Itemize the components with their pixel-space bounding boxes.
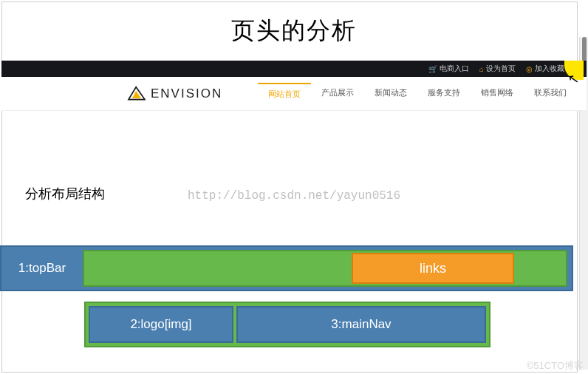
topbar-link-favorite[interactable]: ◎ 加入收藏 — [526, 64, 564, 74]
topbar-link-label: 电商入口 — [440, 64, 469, 74]
diagram-mainbar-row: 2:logo[img] 3:mainNav — [84, 302, 490, 347]
logo[interactable]: ENVISION — [127, 86, 222, 102]
nav-item-news[interactable]: 新闻动态 — [364, 83, 417, 104]
topbar-link-label: 加入收藏 — [535, 64, 564, 74]
main-nav: 网站首页 产品展示 新闻动态 服务支持 销售网络 联系我们 — [258, 83, 577, 104]
topbar-link-homepage[interactable]: ⌂ 设为首页 — [479, 64, 516, 74]
diagram-logo-cell: 2:logo[img] — [89, 306, 233, 343]
star-icon: ◎ — [526, 65, 533, 73]
cart-icon: 🛒 — [428, 65, 437, 73]
diagram-nav-cell: 3:mainNav — [236, 306, 486, 343]
blog-watermark: http://blog.csdn.net/yayun0516 — [188, 189, 400, 203]
site-header-screenshot: 🛒 电商入口 ⌂ 设为首页 ◎ 加入收藏 ↖ ENVISION 网站首页 产品展… — [1, 61, 587, 111]
footer-watermark: ©51CTO博客 — [527, 359, 584, 373]
topbar-link-label: 设为首页 — [486, 64, 516, 74]
logo-text: ENVISION — [151, 86, 222, 101]
top-bar: 🛒 电商入口 ⌂ 设为首页 ◎ 加入收藏 — [1, 61, 587, 77]
diagram-topbar-row: 1:topBar links — [0, 245, 573, 291]
nav-item-service[interactable]: 服务支持 — [417, 83, 471, 104]
layout-diagram: 1:topBar links 2:logo[img] 3:mainNav — [0, 245, 573, 347]
logo-icon — [127, 86, 146, 102]
diagram-topbar-label: 1:topBar — [1, 261, 83, 276]
diagram-topbar-inner: links — [83, 250, 567, 287]
home-icon: ⌂ — [479, 65, 484, 73]
analysis-heading: 分析布局结构 — [25, 185, 105, 203]
diagram-links-box: links — [352, 253, 514, 284]
nav-item-home[interactable]: 网站首页 — [258, 83, 311, 104]
nav-item-products[interactable]: 产品展示 — [311, 83, 364, 104]
topbar-link-shop[interactable]: 🛒 电商入口 — [428, 64, 469, 74]
nav-item-sales[interactable]: 销售网络 — [471, 83, 524, 104]
main-bar: ENVISION 网站首页 产品展示 新闻动态 服务支持 销售网络 联系我们 — [1, 77, 587, 111]
